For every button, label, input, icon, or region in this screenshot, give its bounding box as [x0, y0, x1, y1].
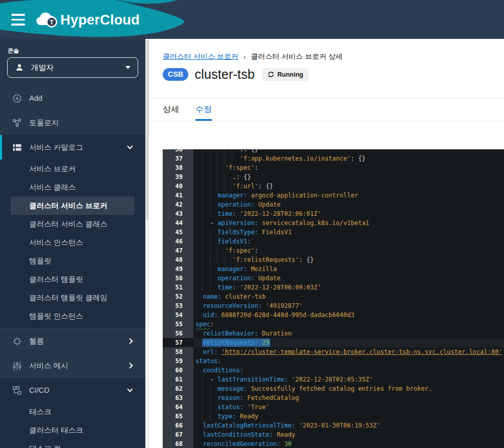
- code-text: resourceVersion: '49192877': [193, 301, 303, 310]
- code-line-60[interactable]: 60 conditions:: [163, 366, 504, 375]
- code-text: status:: [193, 356, 222, 366]
- code-text: manager: Mozilla: [193, 264, 277, 274]
- code-text: 'f:relistRequests': {}: [193, 255, 314, 264]
- code-text: url: 'http://cluster-template-service-br…: [193, 347, 502, 356]
- code-text: name: cluster-tsb: [193, 292, 266, 301]
- line-number: 46: [163, 237, 193, 246]
- line-number: 45: [163, 228, 193, 237]
- code-text: 'f:url': {}: [193, 182, 273, 191]
- sidebar-subitem-서비스-인스턴스[interactable]: 서비스 인스턴스: [0, 233, 145, 252]
- brand-name: HyperCloud: [60, 12, 140, 28]
- code-text: relistBehavior: Duration: [193, 329, 292, 338]
- code-line-63[interactable]: 63 reason: FetchedCatalog: [163, 393, 504, 402]
- resource-title-row: CSB cluster-tsb Running: [163, 67, 309, 82]
- sidebar-subitem-클러스터-서비스-클래스[interactable]: 클러스터 서비스 클래스: [0, 215, 145, 233]
- chevron-down-icon: [127, 386, 133, 392]
- code-line-39[interactable]: 39 .: {}: [163, 172, 504, 182]
- page-title: cluster-tsb: [194, 67, 255, 82]
- code-line-61[interactable]: 61 - lastTransitionTime: '2022-12-28T02:…: [163, 375, 504, 384]
- sidebar-subitem-클러스터-템플릿[interactable]: 클러스터 템플릿: [0, 270, 145, 288]
- code-line-67[interactable]: 67 lastConditionState: Ready: [163, 430, 504, 439]
- sidebar-subitem-클러스터-서비스-브로커[interactable]: 클러스터 서비스 브로커: [11, 196, 135, 215]
- sidebar-nav: Add토폴로지서비스 카탈로그서비스 브로커서비스 클래스클러스터 서비스 브로…: [0, 86, 145, 448]
- code-line-58[interactable]: 58 url: 'http://cluster-template-service…: [163, 347, 504, 356]
- sidebar-subitem-클러스터-태스크[interactable]: 클러스터 태스크: [0, 421, 145, 439]
- line-number: 49: [163, 264, 193, 274]
- code-line-37[interactable]: 37 'f:app.kubernetes.io/instance': {}: [163, 154, 504, 163]
- perspective-dropdown[interactable]: 개발자: [7, 57, 138, 78]
- code-text: manager: argocd-application-controller: [193, 191, 358, 200]
- sidebar-item-add[interactable]: Add: [0, 86, 145, 110]
- code-line-46[interactable]: 46 fieldsV1:: [163, 237, 504, 246]
- code-line-65[interactable]: 65 type: Ready: [163, 412, 504, 421]
- code-line-68[interactable]: 68 reconciledGeneration: 30: [163, 439, 504, 448]
- sidebar-subitem-태스크-런[interactable]: 태스크 런: [0, 439, 145, 448]
- masthead: T HyperCloud: [0, 0, 504, 39]
- brand-logo[interactable]: T HyperCloud: [35, 11, 140, 29]
- code-text: - apiVersion: servicecatalog.k8s.io/v1be…: [193, 218, 369, 228]
- code-line-43[interactable]: 43 time: '2022-12-28T02:06:01Z': [163, 209, 504, 218]
- code-line-51[interactable]: 51 time: '2022-12-28T06:09:03Z': [163, 283, 504, 292]
- code-line-52[interactable]: 52 name: cluster-tsb: [163, 292, 504, 301]
- content-scrollbar[interactable]: [145, 39, 149, 448]
- menu-hamburger-button[interactable]: [11, 14, 25, 26]
- code-line-47[interactable]: 47 'f:spec':: [163, 246, 504, 255]
- code-line-54[interactable]: 54 uid: 6888f20d-628d-448d-995d-dadacb60…: [163, 310, 504, 320]
- code-line-50[interactable]: 50 operation: Update: [163, 274, 504, 283]
- code-line-36[interactable]: 36 .: {}: [163, 149, 504, 154]
- sidebar-subitem-템플릿[interactable]: 템플릿: [0, 252, 145, 270]
- sidebar-subitem-태스크[interactable]: 태스크: [0, 402, 145, 421]
- code-line-62[interactable]: 62 message: Successfully fetched catalog…: [163, 384, 504, 393]
- code-line-40[interactable]: 40 'f:url': {}: [163, 182, 504, 191]
- code-text: spec:: [193, 320, 214, 329]
- line-number: 47: [163, 246, 193, 255]
- code-line-41[interactable]: 41 manager: argocd-application-controlle…: [163, 191, 504, 200]
- code-line-44[interactable]: 44 - apiVersion: servicecatalog.k8s.io/v…: [163, 218, 504, 228]
- line-number: 51: [163, 283, 193, 292]
- resource-kind-badge: CSB: [163, 68, 188, 81]
- svg-text:T: T: [50, 19, 54, 26]
- breadcrumb-link[interactable]: 클러스터 서비스 브로커: [163, 52, 238, 61]
- sidebar-subitem-서비스-브로커[interactable]: 서비스 브로커: [0, 160, 145, 178]
- sidebar-item-서비스-카탈로그[interactable]: 서비스 카탈로그: [0, 135, 145, 160]
- code-text: lastCatalogRetrievalTime: '2023-01-30T06…: [193, 421, 380, 430]
- line-number: 50: [163, 274, 193, 283]
- line-number: 68: [163, 439, 193, 448]
- line-number: 66: [163, 421, 193, 430]
- sidebar-item-ci-cd[interactable]: CI/CD: [0, 378, 145, 402]
- sidebar-item-토폴로지[interactable]: 토폴로지: [0, 110, 145, 135]
- line-number: 62: [163, 384, 193, 393]
- scrollbar-thumb[interactable]: [146, 40, 149, 220]
- code-line-55[interactable]: 55spec:: [163, 320, 504, 329]
- line-number: 55: [163, 320, 193, 329]
- sidebar-item-헬름[interactable]: 헬름: [0, 329, 145, 353]
- code-line-38[interactable]: 38 'f:spec':: [163, 163, 504, 172]
- console-label: 콘솔: [8, 47, 145, 55]
- code-line-48[interactable]: 48 'f:relistRequests': {}: [163, 255, 504, 264]
- code-line-59[interactable]: 59status:: [163, 356, 504, 366]
- code-line-49[interactable]: 49 manager: Mozilla: [163, 264, 504, 274]
- code-line-45[interactable]: 45 fieldsType: FieldsV1: [163, 228, 504, 237]
- code-line-66[interactable]: 66 lastCatalogRetrievalTime: '2023-01-30…: [163, 421, 504, 430]
- code-line-57[interactable]: 57 relistRequests: 29: [163, 338, 504, 347]
- line-number: 61: [163, 375, 193, 384]
- code-text: fieldsType: FieldsV1: [193, 228, 292, 237]
- sidebar-subitem-템플릿-인스턴스[interactable]: 템플릿 인스턴스: [0, 307, 145, 325]
- code-text: .: {}: [193, 149, 258, 154]
- code-line-53[interactable]: 53 resourceVersion: '49192877': [163, 301, 504, 310]
- yaml-editor[interactable]: 36 .: {}37 'f:app.kubernetes.io/instance…: [163, 149, 504, 448]
- status-label: Running: [277, 71, 303, 78]
- tab-상세[interactable]: 상세: [163, 98, 179, 121]
- sidebar-subitem-클러스터-템플릿-클레임[interactable]: 클러스터 템플릿 클레임: [0, 288, 145, 307]
- code-text: message: Successfully fetched catalog en…: [193, 384, 432, 393]
- tab-수정[interactable]: 수정: [195, 98, 212, 121]
- line-number: 64: [163, 402, 193, 412]
- sidebar-item-label: 토폴로지: [29, 118, 132, 128]
- code-line-64[interactable]: 64 status: 'True': [163, 402, 504, 412]
- sidebar-subitem-서비스-클래스[interactable]: 서비스 클래스: [0, 178, 145, 196]
- code-line-56[interactable]: 56 relistBehavior: Duration: [163, 329, 504, 338]
- line-number: 52: [163, 292, 193, 301]
- code-text: time: '2022-12-28T02:06:01Z': [193, 209, 321, 218]
- sidebar-item-서비스-메시[interactable]: 서비스 메시: [0, 353, 145, 378]
- code-line-42[interactable]: 42 operation: Update: [163, 200, 504, 209]
